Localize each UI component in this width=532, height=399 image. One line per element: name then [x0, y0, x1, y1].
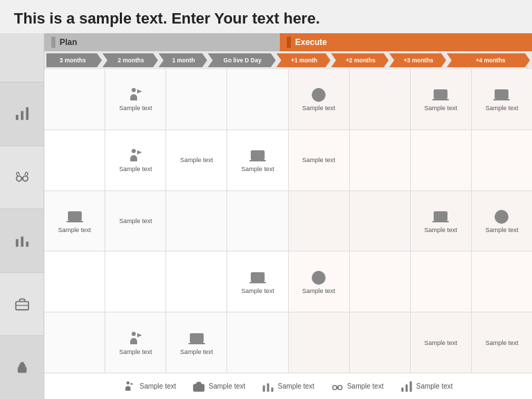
svg-point-51 [332, 385, 337, 389]
grid-cell-r2-c4: Sample text [227, 130, 288, 190]
cell-text-r1-c8: Sample text [486, 105, 519, 112]
grid-cell-r1-c8: Sample text [472, 69, 532, 130]
grid-cell-r5-c3: Sample text [166, 312, 227, 373]
legend: Sample text Sample text Sample text [44, 373, 532, 399]
page-title: This is a sample text. Enter Your text h… [14, 10, 518, 28]
grid-row-1: Sample textSample textSample textSample … [44, 69, 532, 130]
main-grid-wrapper: Plan Execute 3 months 2 months 1 month [44, 33, 532, 399]
row-icon-3 [0, 209, 44, 272]
grid-cell-r3-c5 [289, 191, 350, 251]
phase-headers: Plan Execute [44, 33, 532, 51]
grid-cell-r4-c7 [411, 251, 472, 312]
grid-cell-r4-c6 [350, 251, 411, 312]
cell-text-r3-c2: Sample text [119, 218, 152, 224]
cell-text-r4-c5: Sample text [302, 287, 335, 294]
icon-header-spacer [0, 33, 44, 82]
timeline-arrow-5: +1 month [276, 53, 330, 67]
svg-point-45 [127, 381, 130, 384]
cell-text-r2-c5: Sample text [302, 157, 335, 163]
grid-cell-r3-c8: Sample text [472, 191, 532, 251]
execute-bar [287, 37, 291, 48]
timeline-arrow-8: +4 months [447, 53, 530, 67]
grid-cell-r4-c1 [44, 251, 105, 312]
phase-plan-header: Plan [44, 33, 280, 51]
svg-point-43 [132, 332, 136, 336]
fist-icon [15, 360, 30, 375]
grid-cell-r4-c5: Sample text [289, 251, 350, 312]
legend-item-5: Sample text [400, 380, 453, 393]
cell-text-r3-c8: Sample text [486, 227, 519, 233]
svg-rect-13 [20, 362, 24, 364]
timeline-arrow-4: Go live D Day [208, 53, 276, 67]
svg-rect-27 [434, 212, 447, 220]
cell-text-r1-c5: Sample text [302, 105, 335, 112]
grid-cell-r3-c6 [350, 191, 411, 251]
svg-rect-8 [26, 242, 28, 247]
svg-rect-25 [251, 151, 264, 159]
timeline-label-3: 1 month [172, 57, 195, 64]
phase-execute-header: Execute [280, 33, 532, 51]
timeline-label-8: +4 months [476, 57, 506, 64]
svg-rect-55 [405, 384, 407, 392]
cell-text-r2-c3: Sample text [180, 157, 213, 163]
grid-cell-r1-c7: Sample text [411, 69, 472, 130]
svg-point-14 [132, 88, 136, 92]
grid-cell-r5-c8: Sample text [472, 312, 532, 373]
timeline-arrow-6: +2 months [331, 53, 389, 67]
cell-text-r5-c3: Sample text [180, 348, 213, 355]
row-icon-1 [0, 82, 44, 145]
legend-label-2: Sample text [209, 382, 245, 390]
row-icon-4 [0, 272, 44, 336]
svg-rect-50 [272, 387, 274, 391]
timeline-label-4: Go live D Day [224, 57, 262, 64]
legend-briefcase-icon [193, 380, 205, 393]
timeline-label-5: +1 month [291, 57, 317, 64]
timeline-label-2: 2 months [118, 57, 144, 64]
svg-point-17 [318, 94, 319, 96]
cell-text-r4-c4: Sample text [241, 287, 274, 294]
svg-rect-26 [69, 212, 81, 220]
content-area: Plan Execute 3 months 2 months 1 month [0, 33, 532, 399]
timeline-arrow-7: +3 months [389, 53, 446, 67]
svg-point-3 [16, 176, 21, 181]
grid-cell-r2-c8 [472, 130, 532, 190]
legend-item-2: Sample text [193, 380, 245, 393]
svg-rect-35 [251, 273, 264, 281]
legend-item-4: Sample text [331, 380, 384, 393]
legend-binoculars-icon [331, 380, 344, 393]
legend-person-flag-icon [123, 380, 136, 393]
svg-rect-53 [336, 387, 338, 389]
phase-execute-label: Execute [295, 37, 327, 47]
legend-chart2-icon [400, 380, 413, 393]
timeline-arrow-2: 2 months [103, 53, 158, 67]
binoculars-icon [15, 170, 30, 185]
page-wrapper: This is a sample text. Enter Your text h… [0, 0, 532, 399]
svg-point-4 [22, 176, 27, 181]
phase-plan-label: Plan [60, 37, 77, 47]
timeline-arrow-3: 1 month [159, 53, 207, 67]
grid-cell-r2-c5: Sample text [289, 130, 350, 190]
legend-chart-icon [262, 380, 274, 393]
svg-rect-22 [434, 90, 447, 98]
cell-text-r2-c4: Sample text [241, 166, 274, 172]
legend-label-3: Sample text [278, 382, 314, 390]
grid-body: Sample textSample textSample textSample … [44, 69, 532, 373]
svg-point-24 [132, 149, 136, 153]
cell-text-r5-c2: Sample text [119, 348, 152, 355]
cell-text-r1-c7: Sample text [425, 105, 458, 112]
chart-bar-icon [15, 106, 30, 121]
svg-rect-54 [401, 387, 403, 391]
grid-row-4: Sample textSample text [44, 251, 532, 312]
svg-rect-44 [190, 334, 203, 342]
grid-cell-r5-c1 [44, 312, 105, 373]
grid-row-5: Sample textSample textSample textSample … [44, 312, 532, 373]
row-icons-sidebar [0, 33, 44, 399]
plan-bar [51, 37, 55, 48]
svg-rect-6 [15, 240, 18, 247]
grid-row-2: Sample textSample textSample textSample … [44, 130, 532, 191]
cell-text-r5-c8: Sample text [486, 339, 519, 346]
grid-cell-r5-c2: Sample text [105, 312, 166, 373]
svg-rect-1 [21, 112, 24, 121]
grid-cell-r1-c3 [166, 69, 227, 130]
grid-cell-r3-c3 [166, 191, 227, 251]
